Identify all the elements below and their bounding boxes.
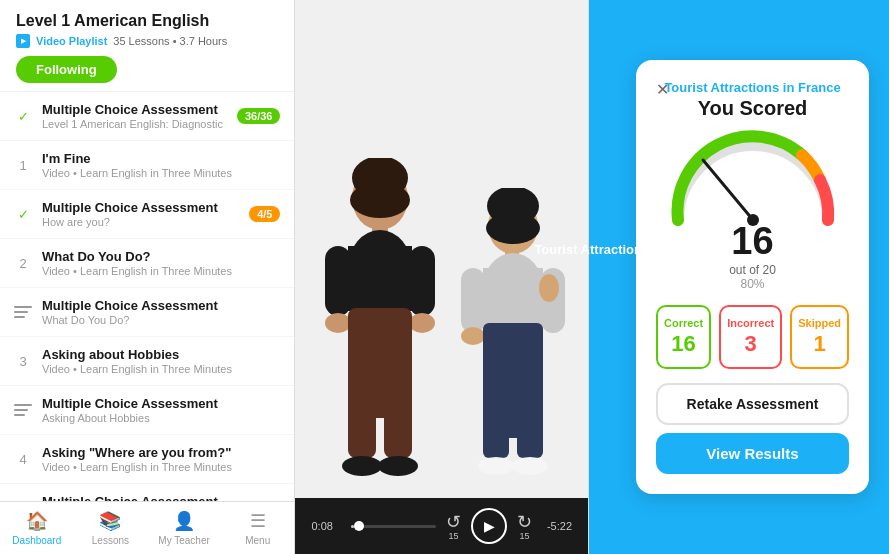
nav-item-my-teacher[interactable]: 👤My Teacher <box>147 502 221 554</box>
svg-point-2 <box>350 182 410 218</box>
svg-rect-5 <box>348 246 412 311</box>
svg-rect-7 <box>409 246 435 316</box>
lesson-title: Multiple Choice Assessment <box>42 396 280 411</box>
lesson-subtitle: Video • Learn English in Three Minutes <box>42 265 280 277</box>
list-item[interactable]: 4Asking "Where are you from?"Video • Lea… <box>0 435 294 484</box>
score-out-of: out of 20 <box>656 263 849 277</box>
person-left-figure <box>315 158 445 498</box>
you-scored-label: You Scored <box>656 97 849 120</box>
gauge-container <box>663 130 843 230</box>
list-item[interactable]: Multiple Choice AssessmentAsking About H… <box>0 386 294 435</box>
check-icon: ✓ <box>14 109 32 124</box>
time-total: -5:22 <box>542 520 572 532</box>
lesson-content: Multiple Choice AssessmentLevel 1 Americ… <box>42 102 227 130</box>
nav-item-menu[interactable]: ☰Menu <box>221 502 295 554</box>
nav-item-lessons[interactable]: 📚Lessons <box>74 502 148 554</box>
course-title: Level 1 American English <box>16 12 278 30</box>
list-item[interactable]: Multiple Choice AssessmentWhat Do You Do… <box>0 288 294 337</box>
list-item[interactable]: ✓Multiple Choice AssessmentHow are you?4… <box>0 190 294 239</box>
stat-box-correct: Correct16 <box>656 305 711 369</box>
svg-point-23 <box>461 327 485 345</box>
lesson-subtitle: What Do You Do? <box>42 314 280 326</box>
video-playlist-icon <box>16 34 30 48</box>
nav-label-lessons: Lessons <box>92 535 129 546</box>
assessment-icon <box>14 306 32 318</box>
lesson-content: What Do You Do?Video • Learn English in … <box>42 249 280 277</box>
lesson-subtitle: Video • Learn English in Three Minutes <box>42 363 280 375</box>
playlist-label: Video Playlist <box>36 35 107 47</box>
list-item[interactable]: ✓Multiple Choice AssessmentLevel 1 Ameri… <box>0 92 294 141</box>
svg-point-9 <box>409 313 435 333</box>
score-card-inner: Tourist Attractions in France ✕ You Scor… <box>656 80 849 474</box>
check-icon: ✓ <box>14 207 32 222</box>
lesson-title: Multiple Choice Assessment <box>42 298 280 313</box>
lesson-badge: 4/5 <box>249 206 280 222</box>
svg-rect-27 <box>517 368 543 458</box>
svg-rect-12 <box>384 358 412 458</box>
right-panel: Tourist Attractions in France Tourist At… <box>589 0 889 554</box>
svg-rect-26 <box>483 368 509 458</box>
stat-value-skipped: 1 <box>798 331 841 357</box>
left-header: Level 1 American English Video Playlist … <box>0 0 294 92</box>
lesson-content: Asking "Where are you from?"Video • Lear… <box>42 445 280 473</box>
skip-back-button[interactable]: ↺ 15 <box>446 511 461 541</box>
svg-rect-6 <box>325 246 351 316</box>
svg-point-14 <box>378 456 418 476</box>
stat-box-incorrect: Incorrect3 <box>719 305 782 369</box>
svg-rect-20 <box>483 268 543 326</box>
lesson-content: I'm FineVideo • Learn English in Three M… <box>42 151 280 179</box>
score-percentage: 80% <box>656 277 849 291</box>
nav-icon-menu: ☰ <box>247 510 269 532</box>
svg-point-8 <box>325 313 351 333</box>
card-bg-title: Tourist Attractions in France <box>656 80 849 95</box>
lesson-content: Multiple Choice AssessmentWhat Do You Do… <box>42 298 280 326</box>
lesson-title: Asking "Where are you from?" <box>42 445 280 460</box>
lesson-number: 1 <box>14 158 32 173</box>
following-button[interactable]: Following <box>16 56 117 83</box>
view-results-button[interactable]: View Results <box>656 433 849 474</box>
score-card: Tourist Attractions in France ✕ You Scor… <box>636 60 869 494</box>
lesson-content: Asking about HobbiesVideo • Learn Englis… <box>42 347 280 375</box>
progress-bar[interactable] <box>351 525 436 528</box>
list-item[interactable]: 2What Do You Do?Video • Learn English in… <box>0 239 294 288</box>
nav-label-menu: Menu <box>245 535 270 546</box>
list-item[interactable]: 1I'm FineVideo • Learn English in Three … <box>0 141 294 190</box>
play-button[interactable]: ▶ <box>471 508 507 544</box>
lesson-title: What Do You Do? <box>42 249 280 264</box>
svg-point-17 <box>486 212 540 244</box>
retake-assessment-button[interactable]: Retake Assessment <box>656 383 849 425</box>
lesson-subtitle: Video • Learn English in Three Minutes <box>42 461 280 473</box>
stat-box-skipped: Skipped1 <box>790 305 849 369</box>
lesson-content: Multiple Choice AssessmentAsking About H… <box>42 396 280 424</box>
lesson-subtitle: Video • Learn English in Three Minutes <box>42 167 280 179</box>
lesson-title: Multiple Choice Assessment <box>42 494 280 501</box>
stat-label-incorrect: Incorrect <box>727 317 774 329</box>
lesson-number: 3 <box>14 354 32 369</box>
svg-point-28 <box>478 457 514 475</box>
lesson-title: Multiple Choice Assessment <box>42 200 239 215</box>
close-button[interactable]: ✕ <box>656 80 669 99</box>
lesson-subtitle: Asking About Hobbies <box>42 412 280 424</box>
lesson-subtitle: Level 1 American English: Diagnostic <box>42 118 227 130</box>
nav-icon-lessons: 📚 <box>99 510 121 532</box>
svg-point-31 <box>747 214 759 226</box>
lesson-content: Multiple Choice AssessmentWhere Are You … <box>42 494 280 501</box>
gauge-svg <box>663 130 843 230</box>
stat-label-skipped: Skipped <box>798 317 841 329</box>
left-panel: Level 1 American English Video Playlist … <box>0 0 294 554</box>
svg-point-29 <box>512 457 548 475</box>
svg-rect-11 <box>348 358 376 458</box>
stat-label-correct: Correct <box>664 317 703 329</box>
lesson-number: 4 <box>14 452 32 467</box>
svg-point-13 <box>342 456 382 476</box>
svg-rect-21 <box>461 268 485 333</box>
skip-forward-button[interactable]: ↻ 15 <box>517 511 532 541</box>
list-item[interactable]: 3Asking about HobbiesVideo • Learn Engli… <box>0 337 294 386</box>
list-item[interactable]: Multiple Choice AssessmentWhere Are You … <box>0 484 294 501</box>
nav-icon-my-teacher: 👤 <box>173 510 195 532</box>
person-right-figure <box>453 188 573 498</box>
bottom-nav: 🏠Dashboard📚Lessons👤My Teacher☰Menu <box>0 501 294 554</box>
lesson-list: ✓Multiple Choice AssessmentLevel 1 Ameri… <box>0 92 294 501</box>
nav-item-dashboard[interactable]: 🏠Dashboard <box>0 502 74 554</box>
lesson-number: 2 <box>14 256 32 271</box>
